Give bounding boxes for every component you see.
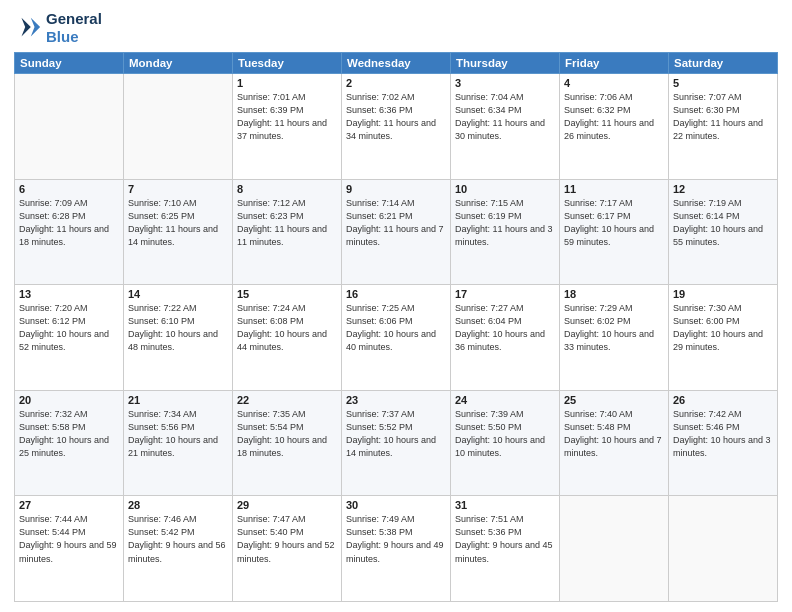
day-number: 3 <box>455 77 555 89</box>
day-number: 9 <box>346 183 446 195</box>
day-number: 24 <box>455 394 555 406</box>
calendar-cell <box>15 74 124 180</box>
col-header-thursday: Thursday <box>451 53 560 74</box>
calendar-cell: 30Sunrise: 7:49 AM Sunset: 5:38 PM Dayli… <box>342 496 451 602</box>
cell-detail: Sunrise: 7:47 AM Sunset: 5:40 PM Dayligh… <box>237 513 337 565</box>
week-row-4: 27Sunrise: 7:44 AM Sunset: 5:44 PM Dayli… <box>15 496 778 602</box>
calendar-cell: 3Sunrise: 7:04 AM Sunset: 6:34 PM Daylig… <box>451 74 560 180</box>
calendar-header-row: SundayMondayTuesdayWednesdayThursdayFrid… <box>15 53 778 74</box>
calendar-cell: 20Sunrise: 7:32 AM Sunset: 5:58 PM Dayli… <box>15 390 124 496</box>
day-number: 25 <box>564 394 664 406</box>
logo-text: General Blue <box>46 10 102 46</box>
day-number: 29 <box>237 499 337 511</box>
day-number: 1 <box>237 77 337 89</box>
day-number: 8 <box>237 183 337 195</box>
svg-marker-0 <box>31 18 40 37</box>
day-number: 21 <box>128 394 228 406</box>
calendar-cell: 17Sunrise: 7:27 AM Sunset: 6:04 PM Dayli… <box>451 285 560 391</box>
cell-detail: Sunrise: 7:44 AM Sunset: 5:44 PM Dayligh… <box>19 513 119 565</box>
calendar-cell: 6Sunrise: 7:09 AM Sunset: 6:28 PM Daylig… <box>15 179 124 285</box>
cell-detail: Sunrise: 7:42 AM Sunset: 5:46 PM Dayligh… <box>673 408 773 460</box>
day-number: 28 <box>128 499 228 511</box>
calendar-cell: 27Sunrise: 7:44 AM Sunset: 5:44 PM Dayli… <box>15 496 124 602</box>
day-number: 6 <box>19 183 119 195</box>
week-row-0: 1Sunrise: 7:01 AM Sunset: 6:39 PM Daylig… <box>15 74 778 180</box>
col-header-monday: Monday <box>124 53 233 74</box>
calendar-cell: 13Sunrise: 7:20 AM Sunset: 6:12 PM Dayli… <box>15 285 124 391</box>
day-number: 4 <box>564 77 664 89</box>
calendar-table: SundayMondayTuesdayWednesdayThursdayFrid… <box>14 52 778 602</box>
day-number: 15 <box>237 288 337 300</box>
day-number: 17 <box>455 288 555 300</box>
day-number: 23 <box>346 394 446 406</box>
week-row-3: 20Sunrise: 7:32 AM Sunset: 5:58 PM Dayli… <box>15 390 778 496</box>
cell-detail: Sunrise: 7:49 AM Sunset: 5:38 PM Dayligh… <box>346 513 446 565</box>
cell-detail: Sunrise: 7:30 AM Sunset: 6:00 PM Dayligh… <box>673 302 773 354</box>
day-number: 30 <box>346 499 446 511</box>
calendar-cell <box>560 496 669 602</box>
calendar-cell: 21Sunrise: 7:34 AM Sunset: 5:56 PM Dayli… <box>124 390 233 496</box>
calendar-cell: 12Sunrise: 7:19 AM Sunset: 6:14 PM Dayli… <box>669 179 778 285</box>
cell-detail: Sunrise: 7:15 AM Sunset: 6:19 PM Dayligh… <box>455 197 555 249</box>
cell-detail: Sunrise: 7:34 AM Sunset: 5:56 PM Dayligh… <box>128 408 228 460</box>
cell-detail: Sunrise: 7:06 AM Sunset: 6:32 PM Dayligh… <box>564 91 664 143</box>
cell-detail: Sunrise: 7:20 AM Sunset: 6:12 PM Dayligh… <box>19 302 119 354</box>
day-number: 7 <box>128 183 228 195</box>
day-number: 18 <box>564 288 664 300</box>
cell-detail: Sunrise: 7:46 AM Sunset: 5:42 PM Dayligh… <box>128 513 228 565</box>
cell-detail: Sunrise: 7:10 AM Sunset: 6:25 PM Dayligh… <box>128 197 228 249</box>
day-number: 19 <box>673 288 773 300</box>
col-header-friday: Friday <box>560 53 669 74</box>
col-header-saturday: Saturday <box>669 53 778 74</box>
calendar-cell: 19Sunrise: 7:30 AM Sunset: 6:00 PM Dayli… <box>669 285 778 391</box>
calendar-cell: 8Sunrise: 7:12 AM Sunset: 6:23 PM Daylig… <box>233 179 342 285</box>
col-header-sunday: Sunday <box>15 53 124 74</box>
logo-icon <box>14 14 42 42</box>
calendar-cell: 15Sunrise: 7:24 AM Sunset: 6:08 PM Dayli… <box>233 285 342 391</box>
week-row-1: 6Sunrise: 7:09 AM Sunset: 6:28 PM Daylig… <box>15 179 778 285</box>
day-number: 11 <box>564 183 664 195</box>
day-number: 31 <box>455 499 555 511</box>
cell-detail: Sunrise: 7:14 AM Sunset: 6:21 PM Dayligh… <box>346 197 446 249</box>
cell-detail: Sunrise: 7:17 AM Sunset: 6:17 PM Dayligh… <box>564 197 664 249</box>
day-number: 16 <box>346 288 446 300</box>
calendar-cell: 9Sunrise: 7:14 AM Sunset: 6:21 PM Daylig… <box>342 179 451 285</box>
cell-detail: Sunrise: 7:35 AM Sunset: 5:54 PM Dayligh… <box>237 408 337 460</box>
day-number: 22 <box>237 394 337 406</box>
cell-detail: Sunrise: 7:02 AM Sunset: 6:36 PM Dayligh… <box>346 91 446 143</box>
day-number: 5 <box>673 77 773 89</box>
cell-detail: Sunrise: 7:27 AM Sunset: 6:04 PM Dayligh… <box>455 302 555 354</box>
header: General Blue <box>14 10 778 46</box>
calendar-cell: 2Sunrise: 7:02 AM Sunset: 6:36 PM Daylig… <box>342 74 451 180</box>
calendar-cell: 29Sunrise: 7:47 AM Sunset: 5:40 PM Dayli… <box>233 496 342 602</box>
calendar-cell: 14Sunrise: 7:22 AM Sunset: 6:10 PM Dayli… <box>124 285 233 391</box>
calendar-cell: 1Sunrise: 7:01 AM Sunset: 6:39 PM Daylig… <box>233 74 342 180</box>
cell-detail: Sunrise: 7:32 AM Sunset: 5:58 PM Dayligh… <box>19 408 119 460</box>
cell-detail: Sunrise: 7:07 AM Sunset: 6:30 PM Dayligh… <box>673 91 773 143</box>
cell-detail: Sunrise: 7:19 AM Sunset: 6:14 PM Dayligh… <box>673 197 773 249</box>
cell-detail: Sunrise: 7:12 AM Sunset: 6:23 PM Dayligh… <box>237 197 337 249</box>
cell-detail: Sunrise: 7:24 AM Sunset: 6:08 PM Dayligh… <box>237 302 337 354</box>
calendar-cell: 24Sunrise: 7:39 AM Sunset: 5:50 PM Dayli… <box>451 390 560 496</box>
cell-detail: Sunrise: 7:22 AM Sunset: 6:10 PM Dayligh… <box>128 302 228 354</box>
calendar-cell: 23Sunrise: 7:37 AM Sunset: 5:52 PM Dayli… <box>342 390 451 496</box>
day-number: 27 <box>19 499 119 511</box>
cell-detail: Sunrise: 7:40 AM Sunset: 5:48 PM Dayligh… <box>564 408 664 460</box>
calendar-cell: 25Sunrise: 7:40 AM Sunset: 5:48 PM Dayli… <box>560 390 669 496</box>
cell-detail: Sunrise: 7:37 AM Sunset: 5:52 PM Dayligh… <box>346 408 446 460</box>
page: General Blue SundayMondayTuesdayWednesda… <box>0 0 792 612</box>
cell-detail: Sunrise: 7:39 AM Sunset: 5:50 PM Dayligh… <box>455 408 555 460</box>
calendar-cell: 10Sunrise: 7:15 AM Sunset: 6:19 PM Dayli… <box>451 179 560 285</box>
col-header-wednesday: Wednesday <box>342 53 451 74</box>
day-number: 14 <box>128 288 228 300</box>
day-number: 20 <box>19 394 119 406</box>
calendar-cell <box>669 496 778 602</box>
col-header-tuesday: Tuesday <box>233 53 342 74</box>
calendar-cell: 26Sunrise: 7:42 AM Sunset: 5:46 PM Dayli… <box>669 390 778 496</box>
cell-detail: Sunrise: 7:09 AM Sunset: 6:28 PM Dayligh… <box>19 197 119 249</box>
calendar-cell: 22Sunrise: 7:35 AM Sunset: 5:54 PM Dayli… <box>233 390 342 496</box>
cell-detail: Sunrise: 7:51 AM Sunset: 5:36 PM Dayligh… <box>455 513 555 565</box>
day-number: 2 <box>346 77 446 89</box>
calendar-cell <box>124 74 233 180</box>
calendar-cell: 16Sunrise: 7:25 AM Sunset: 6:06 PM Dayli… <box>342 285 451 391</box>
